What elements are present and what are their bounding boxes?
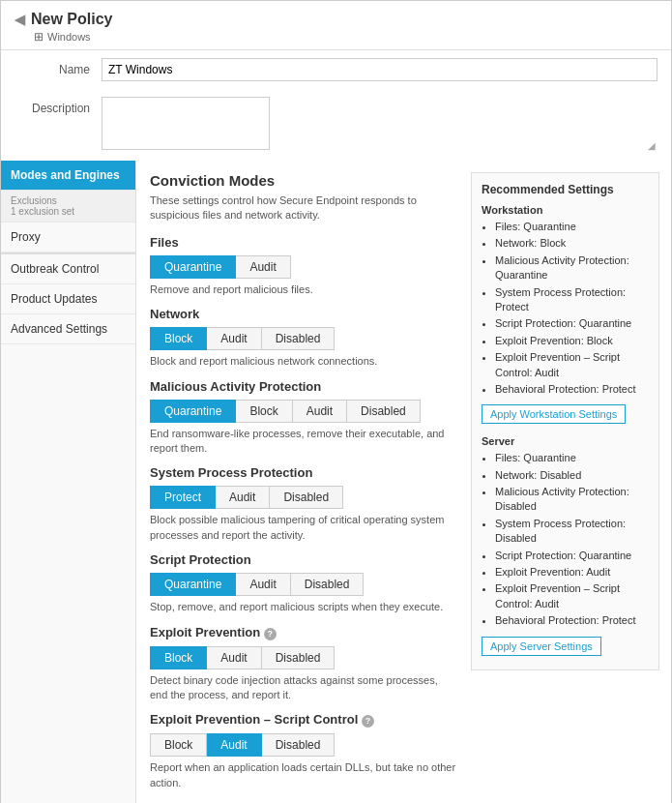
network-desc: Block and report malicious network conne… [150, 354, 457, 369]
workstation-list: Files: Quarantine Network: Block Malicio… [482, 220, 649, 397]
epsc-info-icon[interactable]: ? [362, 715, 374, 728]
recommended-title: Recommended Settings [482, 183, 649, 196]
list-item: Malicious Activity Protection: Quarantin… [495, 253, 649, 283]
list-item: Files: Quarantine [495, 451, 649, 465]
apply-workstation-button[interactable]: Apply Workstation Settings [482, 404, 626, 424]
epsc-block-btn[interactable]: Block [150, 733, 207, 757]
map-btn-group: Quarantine Block Audit Disabled [150, 400, 457, 423]
map-block-btn[interactable]: Block [236, 400, 292, 423]
list-item: Files: Quarantine [495, 220, 649, 234]
sidebar-item-proxy[interactable]: Proxy [1, 223, 135, 253]
section-title-script: Script Protection [150, 552, 457, 567]
sidebar-item-product-updates[interactable]: Product Updates [1, 284, 135, 314]
map-quarantine-btn[interactable]: Quarantine [150, 400, 236, 423]
list-item: Network: Disabled [495, 468, 649, 483]
section-title-network: Network [150, 307, 457, 321]
sidebar-item-advanced-settings[interactable]: Advanced Settings [1, 314, 135, 344]
list-item: Exploit Prevention: Audit [495, 565, 649, 580]
spp-audit-btn[interactable]: Audit [216, 486, 270, 509]
section-title-spp: System Process Protection [150, 465, 457, 480]
recommended-panel: Recommended Settings Workstation Files: … [471, 172, 659, 670]
network-disabled-btn[interactable]: Disabled [262, 327, 336, 350]
network-block-btn[interactable]: Block [150, 327, 207, 350]
sidebar-item-exclusions[interactable]: Exclusions 1 exclusion set [1, 191, 135, 223]
spp-desc: Block possible malicious tampering of cr… [150, 513, 457, 543]
spp-btn-group: Protect Audit Disabled [150, 486, 457, 509]
list-item: Behavioral Protection: Protect [495, 382, 649, 397]
section-title-ep: Exploit Prevention ? [150, 625, 457, 640]
files-desc: Remove and report malicious files. [150, 283, 457, 297]
epsc-desc: Report when an application loads certain… [150, 760, 457, 790]
script-disabled-btn[interactable]: Disabled [291, 573, 365, 596]
script-desc: Stop, remove, and report malicious scrip… [150, 600, 457, 614]
list-item: Behavioral Protection: Protect [495, 613, 649, 628]
map-desc: End ransomware-like processes, remove th… [150, 427, 457, 457]
list-item: Exploit Prevention: Block [495, 334, 649, 348]
files-quarantine-btn[interactable]: Quarantine [150, 255, 236, 279]
list-item: Network: Block [495, 236, 649, 251]
workstation-title: Workstation [482, 204, 649, 216]
list-item: Exploit Prevention – Script Control: Aud… [495, 350, 649, 380]
map-audit-btn[interactable]: Audit [293, 400, 347, 423]
sidebar-item-modes-engines[interactable]: Modes and Engines [1, 161, 135, 191]
subtitle-text: Windows [47, 31, 91, 43]
script-quarantine-btn[interactable]: Quarantine [150, 573, 236, 596]
ep-btn-group: Block Audit Disabled [150, 646, 457, 669]
map-disabled-btn[interactable]: Disabled [347, 400, 421, 423]
name-label: Name [15, 58, 102, 76]
section-title-map: Malicious Activity Protection [150, 379, 457, 394]
description-input[interactable] [102, 97, 270, 150]
files-audit-btn[interactable]: Audit [236, 255, 290, 279]
apply-server-button[interactable]: Apply Server Settings [482, 637, 601, 656]
list-item: Malicious Activity Protection: Disabled [495, 485, 649, 515]
back-icon[interactable]: ◀ [15, 12, 25, 27]
spp-disabled-btn[interactable]: Disabled [270, 486, 343, 509]
exploit-prevention-info-icon[interactable]: ? [264, 628, 277, 640]
files-btn-group: Quarantine Audit [150, 255, 457, 279]
spp-protect-btn[interactable]: Protect [150, 486, 216, 509]
epsc-btn-group: Block Audit Disabled [150, 733, 457, 757]
script-btn-group: Quarantine Audit Disabled [150, 573, 457, 596]
server-list: Files: Quarantine Network: Disabled Mali… [482, 451, 649, 628]
ep-disabled-btn[interactable]: Disabled [262, 646, 336, 669]
section-title-epsc: Exploit Prevention – Script Control ? [150, 712, 457, 728]
content-title: Conviction Modes [150, 172, 457, 189]
list-item: Exploit Prevention – Script Control: Aud… [495, 581, 649, 611]
ep-audit-btn[interactable]: Audit [207, 646, 261, 669]
script-audit-btn[interactable]: Audit [236, 573, 290, 596]
page-title: New Policy [31, 11, 112, 28]
description-label: Description [15, 97, 102, 115]
section-title-files: Files [150, 235, 457, 250]
ep-desc: Detect binary code injection attacks aga… [150, 673, 457, 703]
network-btn-group: Block Audit Disabled [150, 327, 457, 350]
windows-icon: ⊞ [34, 30, 44, 44]
resize-handle: ◢ [648, 140, 656, 151]
epsc-disabled-btn[interactable]: Disabled [262, 733, 336, 757]
list-item: System Process Protection: Disabled [495, 517, 649, 547]
epsc-audit-btn[interactable]: Audit [207, 733, 261, 757]
network-audit-btn[interactable]: Audit [207, 327, 261, 350]
sidebar-item-outbreak-control[interactable]: Outbreak Control [1, 254, 135, 284]
server-title: Server [482, 435, 649, 447]
name-input[interactable] [102, 58, 657, 81]
list-item: Script Protection: Quarantine [495, 316, 649, 331]
list-item: System Process Protection: Protect [495, 285, 649, 315]
list-item: Script Protection: Quarantine [495, 549, 649, 563]
ep-block-btn[interactable]: Block [150, 646, 207, 669]
content-description: These settings control how Secure Endpoi… [150, 193, 457, 223]
